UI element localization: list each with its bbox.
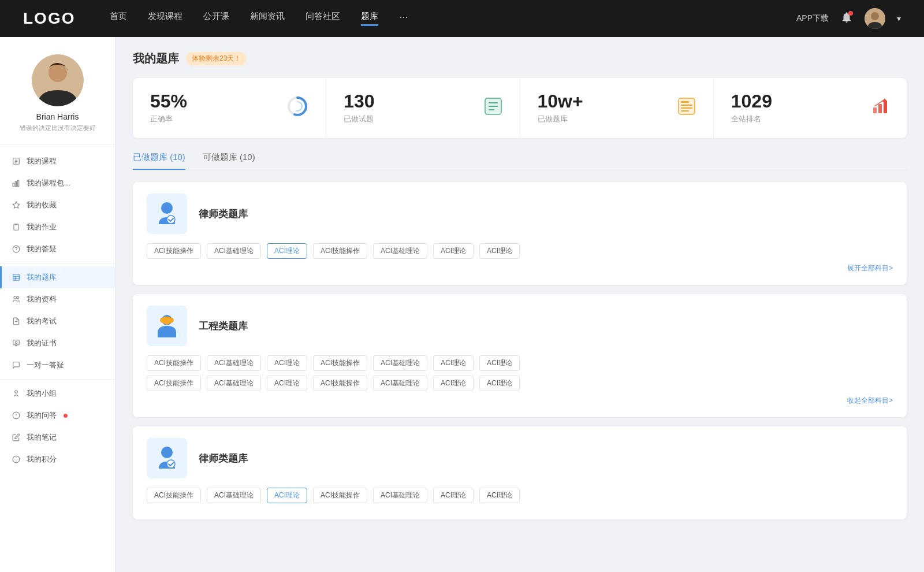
sidebar-item-my-cert[interactable]: 我的证书 (0, 332, 115, 354)
tag-item[interactable]: ACI基础理论 (373, 355, 427, 371)
chat-icon (12, 361, 21, 370)
nav-link-discover[interactable]: 发现课程 (148, 11, 182, 26)
svg-point-29 (13, 456, 20, 463)
tag-item[interactable]: ACI基础理论 (207, 355, 261, 371)
stat-value-rank: 1029 (731, 92, 862, 110)
tag-item[interactable]: ACI理论 (479, 355, 520, 371)
tag-item[interactable]: ACI基础理论 (207, 243, 261, 259)
svg-point-48 (161, 202, 173, 214)
sidebar-item-one-on-one[interactable]: 一对一答疑 (0, 354, 115, 376)
stat-correctness: 55% 正确率 (133, 78, 326, 138)
tag-item[interactable]: ACI理论 (479, 488, 520, 503)
sidebar-item-my-homework[interactable]: 我的作业 (0, 216, 115, 238)
tag-item[interactable]: ACI理论 (267, 355, 307, 371)
nav-link-qa[interactable]: 问答社区 (305, 11, 340, 26)
tag-item[interactable]: ACI基础理论 (373, 376, 427, 391)
tag-item-active[interactable]: ACI理论 (267, 488, 307, 503)
nav-bell[interactable] (840, 11, 853, 26)
sidebar-label: 我的课程 (27, 156, 57, 166)
sidebar-item-my-points[interactable]: 我的积分 (0, 448, 115, 470)
stat-text-done: 130 已做试题 (344, 92, 474, 124)
tag-item[interactable]: ACI基础理论 (373, 488, 427, 503)
expand-link-lawyer[interactable]: 展开全部科目> (147, 263, 893, 273)
sidebar-item-my-answers[interactable]: 我的问答 (0, 404, 115, 426)
nav-link-open[interactable]: 公开课 (203, 11, 229, 26)
sidebar-label: 我的积分 (27, 454, 57, 465)
sidebar-item-my-profile[interactable]: 我的资料 (0, 288, 115, 310)
tag-item[interactable]: ACI技能操作 (147, 355, 201, 371)
collapse-link-engineer[interactable]: 收起全部科目> (147, 396, 893, 406)
svg-rect-23 (13, 340, 20, 345)
users-icon (12, 295, 21, 304)
tag-item[interactable]: ACI技能操作 (147, 376, 201, 391)
tab-available-banks[interactable]: 可做题库 (10) (203, 152, 255, 170)
lawyer-icon2 (153, 444, 181, 472)
tag-item[interactable]: ACI基础理论 (207, 376, 261, 391)
nav-more[interactable]: ··· (399, 11, 408, 26)
sidebar-item-my-notes[interactable]: 我的笔记 (0, 426, 115, 448)
sidebar-divider (0, 263, 115, 263)
tag-item[interactable]: ACI技能操作 (313, 243, 367, 259)
nav-logo[interactable]: LOGO (23, 9, 75, 28)
tag-item[interactable]: ACI理论 (433, 355, 474, 371)
tag-item[interactable]: ACI理论 (433, 376, 474, 391)
nav-link-news[interactable]: 新闻资讯 (250, 11, 285, 26)
svg-point-20 (14, 296, 17, 299)
svg-rect-43 (681, 110, 689, 112)
tag-item-active[interactable]: ACI理论 (267, 243, 307, 259)
sidebar-label: 我的笔记 (27, 432, 57, 443)
sidebar-item-my-favorites[interactable]: 我的收藏 (0, 194, 115, 216)
bank-card-header-engineer: 工程类题库 (147, 306, 893, 346)
sidebar-item-my-exam[interactable]: 我的考试 (0, 310, 115, 332)
sidebar-item-my-courses[interactable]: 我的课程 (0, 150, 115, 172)
bank-title-lawyer: 律师类题库 (199, 207, 248, 221)
bank-card-lawyer: 律师类题库 ACI技能操作 ACI基础理论 ACI理论 ACI技能操作 ACI基… (133, 182, 907, 285)
sidebar-item-my-bank[interactable]: 我的题库 (0, 266, 115, 288)
nav-app-download[interactable]: APP下载 (796, 13, 829, 24)
sidebar-item-my-group[interactable]: 我的小组 (0, 382, 115, 404)
nav-link-home[interactable]: 首页 (110, 11, 127, 26)
bank-card-header: 律师类题库 (147, 194, 893, 234)
tab-done-banks[interactable]: 已做题库 (10) (133, 152, 185, 170)
main-content: 我的题库 体验剩余23天！ 55% 正确率 (116, 37, 924, 572)
svg-marker-12 (13, 202, 20, 208)
stat-label-banks: 已做题库 (538, 114, 668, 124)
tag-item[interactable]: ACI基础理论 (373, 243, 427, 259)
tag-item[interactable]: ACI技能操作 (147, 488, 201, 503)
tag-item[interactable]: ACI技能操作 (313, 488, 367, 503)
tag-item[interactable]: ACI理论 (479, 376, 520, 391)
tag-item[interactable]: ACI理论 (479, 243, 520, 259)
sidebar-item-my-packages[interactable]: 我的课程包... (0, 172, 115, 194)
nav-right: APP下载 ▾ (796, 8, 901, 29)
nav-chevron-icon[interactable]: ▾ (897, 14, 901, 23)
profile-name: Brian Harris (36, 112, 79, 121)
tags-row-lawyer2: ACI技能操作 ACI基础理论 ACI理论 ACI技能操作 ACI基础理论 AC… (147, 488, 893, 503)
tag-item[interactable]: ACI理论 (433, 488, 474, 503)
sidebar-label: 我的课程包... (27, 178, 70, 188)
tabs-row: 已做题库 (10) 可做题库 (10) (133, 152, 907, 170)
stat-label-rank: 全站排名 (731, 114, 862, 124)
sidebar-item-my-qa[interactable]: 我的答疑 (0, 238, 115, 260)
file-icon (12, 157, 21, 166)
bar-chart-icon (12, 179, 21, 188)
sidebar-divider2 (0, 379, 115, 380)
svg-rect-42 (681, 107, 692, 109)
sidebar-label: 我的收藏 (27, 200, 57, 210)
sidebar-label: 我的资料 (27, 294, 57, 304)
sidebar-label: 我的作业 (27, 222, 57, 232)
sidebar-menu: 我的课程 我的课程包... 我的收藏 我的作业 (0, 144, 115, 476)
tag-item[interactable]: ACI理论 (433, 243, 474, 259)
tag-item[interactable]: ACI技能操作 (147, 243, 201, 259)
nav-link-bank[interactable]: 题库 (361, 11, 378, 26)
tag-item[interactable]: ACI基础理论 (207, 488, 261, 503)
bank-icon-wrap-lawyer (147, 194, 187, 234)
nav-avatar[interactable] (865, 8, 885, 29)
tag-item[interactable]: ACI理论 (267, 376, 307, 391)
stat-text-correctness: 55% 正确率 (150, 92, 277, 124)
tag-item[interactable]: ACI技能操作 (313, 376, 367, 391)
tag-item[interactable]: ACI技能操作 (313, 355, 367, 371)
stat-done-banks: 10w+ 已做题库 (520, 78, 714, 138)
svg-rect-16 (13, 274, 20, 281)
bank-icon-wrap-engineer (147, 306, 187, 346)
sidebar-label: 我的题库 (27, 272, 57, 283)
